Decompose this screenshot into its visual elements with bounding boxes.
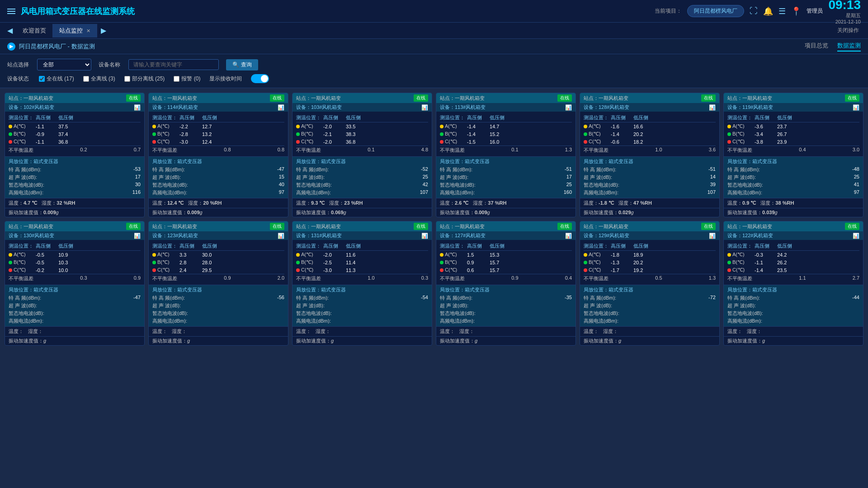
- card-header: 站点：一期风机箱变 在线: [292, 221, 432, 231]
- high-val: -0.5: [36, 252, 58, 258]
- partial-data-row: 暂态地电波(dB):: [9, 310, 141, 317]
- partial-section: 局放位置：箱式变压器 特 高 频(dBm): -51 超 声 波(dB): 17…: [436, 156, 576, 198]
- card-subheader: 设备：113#风机箱变 📊: [436, 103, 576, 112]
- bell-icon[interactable]: 🔔: [763, 6, 773, 16]
- device-name: 设备：102#风机箱变: [9, 104, 54, 111]
- low-val: 26.7: [777, 131, 800, 137]
- phase-dot: [584, 268, 587, 272]
- chart-icon[interactable]: 📊: [853, 233, 859, 239]
- close-op-button[interactable]: 关闭操作: [832, 27, 864, 34]
- low-val: 18.9: [633, 252, 656, 258]
- partial-label: 特 高 频(dBm):: [9, 166, 41, 173]
- offline-checkbox[interactable]: [83, 76, 89, 82]
- low-val: 20.2: [633, 131, 656, 137]
- high-val: -2.8: [179, 131, 202, 137]
- chart-icon[interactable]: 📊: [134, 104, 141, 111]
- high-side-label: 高压侧: [323, 243, 346, 249]
- project-selector[interactable]: 阿日昆都楞风电厂: [687, 5, 744, 17]
- status-online[interactable]: 全在线 (17): [39, 75, 74, 83]
- tab-next[interactable]: ▶: [97, 26, 110, 35]
- chart-icon[interactable]: 📊: [709, 104, 716, 111]
- temp-section: 测温位置： 高压侧 低压侧 A(℃) -1.1 37.5 B(℃) -0.9 3…: [5, 112, 144, 156]
- status-partial[interactable]: 部分离线 (25): [124, 75, 165, 83]
- imbalance-label: 不平衡温差: [584, 275, 609, 282]
- high-val: -2.0: [323, 139, 346, 145]
- device-name: 设备：114#风机箱变: [152, 104, 198, 111]
- partial-pos-label: 局放位置：箱式变压器: [152, 158, 284, 165]
- table-header: 测温位置： 高压侧 低压侧: [152, 242, 284, 251]
- online-badge: 在线: [845, 223, 859, 230]
- chart-icon[interactable]: 📊: [709, 233, 716, 239]
- status-label: 设备状态: [7, 75, 30, 83]
- show-time-toggle[interactable]: [251, 74, 269, 83]
- imbalance-label: 不平衡温差: [440, 147, 465, 154]
- station-name: 站点：一期风机箱变: [727, 223, 772, 230]
- low-val: 23.7: [777, 124, 800, 129]
- partial-data-row: 高频电流(dBm): 97: [727, 189, 859, 197]
- alarm-checkbox[interactable]: [174, 76, 179, 82]
- link-data-monitor[interactable]: 数据监测: [837, 42, 861, 52]
- imbalance-high: 0.9: [511, 275, 518, 282]
- time-block: 09:13 星期五 2021-12-10: [828, 0, 861, 24]
- temp-label: 温度：9.3 ℃: [296, 200, 325, 206]
- phase-dot: [9, 140, 12, 144]
- search-button[interactable]: 🔍 查询: [226, 59, 258, 70]
- station-name: 站点：一期风机箱变: [152, 223, 197, 230]
- tab-close-icon[interactable]: ✕: [86, 28, 90, 33]
- link-overview[interactable]: 项目总览: [805, 42, 828, 52]
- partial-label: 特 高 频(dBm):: [584, 166, 616, 173]
- tab-prev[interactable]: ◀: [4, 26, 16, 35]
- chart-icon[interactable]: 📊: [134, 233, 141, 239]
- vibration-row: 振动加速度值：g: [149, 336, 288, 345]
- phase-row: A(℃) -3.6 23.7: [727, 122, 859, 130]
- tab-station-monitor[interactable]: 站点监控 ✕: [53, 24, 97, 38]
- chart-icon[interactable]: 📊: [278, 233, 284, 239]
- card-subheader: 设备：127#风机箱变 📊: [436, 231, 576, 240]
- app-header: 风电用箱式变压器在线监测系统 当前项目： 阿日昆都楞风电厂 ⛶ 🔔 ☰ 📍 管理…: [0, 0, 868, 23]
- station-select[interactable]: 全部: [37, 59, 91, 70]
- measure-pos-label: 测温位置：: [440, 114, 467, 121]
- temp-section: 测温位置： 高压侧 低压侧 A(℃) -3.6 23.7 B(℃) -3.4 2…: [724, 112, 863, 156]
- measure-pos-label: 测温位置：: [152, 114, 179, 121]
- partial-checkbox[interactable]: [124, 76, 130, 82]
- status-alarm[interactable]: 报警 (0): [174, 75, 200, 83]
- imbalance-low: 3.0: [853, 147, 859, 154]
- humidity-label: 湿度：20 %RH: [188, 200, 222, 206]
- chart-icon[interactable]: 📊: [421, 233, 428, 239]
- chart-icon[interactable]: 📊: [853, 104, 859, 111]
- high-val: -3.8: [755, 139, 777, 145]
- phase-dot: [152, 268, 156, 272]
- partial-data-row: 超 声 波(dB):: [9, 302, 141, 310]
- phase-row: B(℃) -1.4 20.2: [584, 130, 716, 138]
- chart-icon[interactable]: 📊: [565, 104, 572, 111]
- partial-data-row: 高频电流(dBm):: [584, 317, 716, 325]
- phase-dot: [727, 125, 731, 128]
- device-search-input[interactable]: [128, 59, 219, 70]
- status-offline[interactable]: 全离线 (3): [83, 75, 115, 83]
- device-card: 站点：一期风机箱变 在线 设备：119#风机箱变 📊 测温位置： 高压侧 低压侧…: [723, 93, 863, 217]
- env-row: 温度：12.4 ℃ 湿度：20 %RH: [149, 198, 288, 208]
- phase-row: C(℃) -1.7 19.2: [584, 266, 716, 274]
- expand-icon[interactable]: ⛶: [750, 6, 758, 16]
- online-checkbox[interactable]: [39, 76, 45, 82]
- card-subheader: 设备：122#风机箱变 📊: [724, 231, 863, 240]
- settings-icon[interactable]: ☰: [778, 6, 786, 16]
- phase-label: A(℃): [440, 123, 467, 129]
- imbalance-high: 1.0: [655, 147, 662, 154]
- high-side-label: 高压侧: [611, 114, 633, 121]
- chart-icon[interactable]: 📊: [278, 104, 284, 111]
- tab-home[interactable]: 欢迎首页: [16, 24, 53, 38]
- partial-pos-label: 局放位置：箱式变压器: [440, 158, 572, 165]
- partial-value: 97: [279, 189, 284, 196]
- chart-icon[interactable]: 📊: [565, 233, 572, 239]
- phase-label: C(℃): [9, 139, 36, 145]
- menu-icon[interactable]: [7, 9, 15, 14]
- partial-data-row: 暂态地电波(dB):: [440, 310, 572, 317]
- phase-row: A(℃) 1.5 15.3: [440, 251, 572, 258]
- breadcrumb-path: 阿日昆都楞风电厂 - 数据监测: [19, 42, 95, 51]
- low-side-label: 低压侧: [202, 243, 225, 249]
- partial-data-row: 特 高 频(dBm): -53: [9, 166, 141, 174]
- phase-row: A(℃) -1.4 14.7: [440, 122, 572, 130]
- chart-icon[interactable]: 📊: [421, 104, 428, 111]
- card-header: 站点：一期风机箱变 在线: [580, 93, 719, 103]
